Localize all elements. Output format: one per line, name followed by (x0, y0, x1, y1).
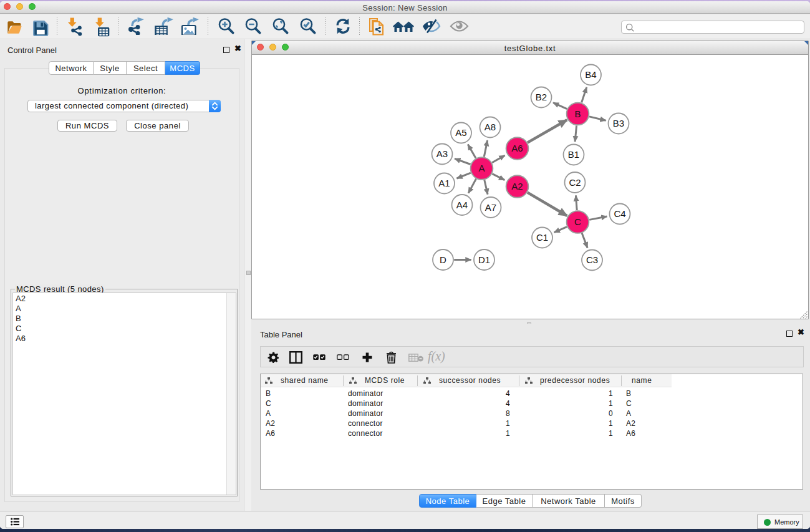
svg-text:B4: B4 (585, 69, 596, 80)
svg-text:A3: A3 (436, 148, 448, 159)
svg-text:B: B (574, 109, 581, 119)
svg-text:A: A (478, 163, 485, 173)
svg-text:C4: C4 (614, 208, 625, 219)
svg-text:C2: C2 (569, 177, 581, 188)
svg-text:A4: A4 (456, 200, 468, 210)
svg-text:C: C (574, 216, 581, 227)
svg-text:A1: A1 (438, 178, 450, 188)
svg-text:D1: D1 (478, 254, 490, 265)
svg-text:D: D (440, 254, 446, 265)
svg-text:A2: A2 (511, 181, 523, 191)
svg-text:B3: B3 (613, 118, 624, 128)
svg-text:A7: A7 (485, 202, 496, 213)
svg-text:A8: A8 (485, 122, 496, 132)
svg-text:A5: A5 (455, 127, 466, 138)
svg-text:C3: C3 (586, 254, 598, 265)
svg-text:B1: B1 (568, 149, 579, 160)
svg-text:A6: A6 (511, 143, 523, 153)
svg-text:C1: C1 (536, 232, 548, 243)
svg-text:B2: B2 (536, 92, 547, 102)
